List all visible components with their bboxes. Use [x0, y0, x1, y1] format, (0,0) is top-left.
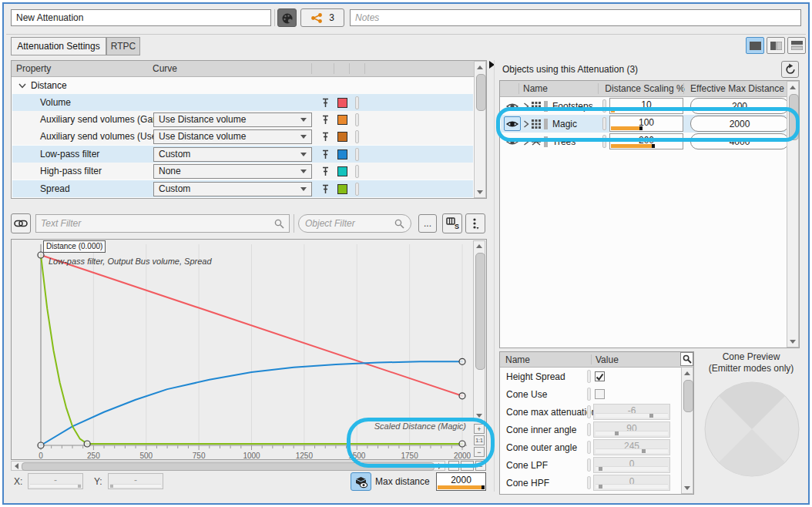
property-table-scrollbar[interactable] [474, 61, 486, 198]
cone-table-scrollbar[interactable] [681, 367, 693, 494]
scaled-distance-label: Scaled Distance (Magic) [374, 421, 466, 431]
zoom-out-vertical-button[interactable]: − [474, 447, 485, 457]
group-row-distance[interactable]: Distance [12, 77, 473, 94]
object-row-magic[interactable]: Magic 100 2000 [501, 115, 786, 133]
cone-row-inner-angle[interactable]: Cone inner angle 90 [501, 421, 680, 438]
scrollbar-thumb[interactable] [476, 74, 486, 111]
cone-row-cone-use[interactable]: Cone Use [501, 385, 680, 403]
zoom-in-vertical-button[interactable]: + [474, 424, 485, 434]
pin-button[interactable] [318, 96, 332, 109]
distance-scaling-field[interactable]: 10 [609, 98, 683, 114]
curve-color-swatch[interactable] [337, 115, 347, 125]
cone-row-height-spread[interactable]: Height Spread [501, 368, 680, 385]
attenuation-name-input[interactable]: New Attenuation [11, 9, 271, 26]
zoom-reset-horizontal-button[interactable]: 1:1 [461, 461, 474, 471]
chevron-right-icon[interactable] [523, 102, 529, 110]
cone-outer-angle-field: 245 [593, 439, 670, 455]
chevron-right-icon[interactable] [523, 120, 529, 128]
layout-single-view-button[interactable] [746, 37, 764, 54]
sharesets-button[interactable]: 3 [300, 8, 344, 27]
distance-scaling-field[interactable]: 200 [609, 133, 683, 149]
zoom-reset-vertical-button[interactable]: 1:1 [474, 435, 485, 445]
property-row-aux-user[interactable]: Auxiliary send volumes (User-... Use Dis… [12, 128, 473, 145]
refresh-button[interactable] [781, 61, 799, 78]
curve-color-swatch[interactable] [337, 166, 347, 176]
color-palette-button[interactable] [277, 8, 297, 27]
max-distance-field[interactable]: 2000 [436, 472, 486, 491]
tab-rtpc[interactable]: RTPC [106, 37, 140, 55]
panel-splitter[interactable] [494, 60, 495, 492]
cone-row-outer-angle[interactable]: Cone outer angle 245 [501, 438, 680, 456]
layout-split-horizontal-button[interactable] [787, 37, 806, 54]
property-row-hpf[interactable]: High-pass filter None [12, 163, 473, 180]
cone-hpf-field: 0 [593, 475, 670, 491]
graph-vertical-scrollbar[interactable] [473, 240, 485, 421]
scroll-up-arrow[interactable] [682, 368, 693, 378]
scrollbar-thumb[interactable] [789, 94, 799, 140]
curve-mode-select[interactable]: Custom [153, 182, 312, 196]
eye-visibility-button[interactable] [504, 134, 521, 149]
curve-color-swatch[interactable] [337, 132, 347, 142]
cone-row-max-attenuation[interactable]: Cone max attenuation -6 [501, 403, 680, 421]
more-options-button[interactable]: ... [418, 214, 437, 233]
curve-mode-select[interactable]: Use Distance volume [153, 129, 312, 144]
curve-color-swatch[interactable] [337, 184, 347, 194]
text-filter-input[interactable]: Text Filter [35, 214, 290, 233]
zoom-in-horizontal-button[interactable]: + [448, 461, 459, 471]
chevron-expanded-icon[interactable] [18, 82, 26, 89]
search-properties-button[interactable] [680, 352, 693, 366]
scroll-down-arrow[interactable] [682, 482, 693, 493]
game-object-view-button[interactable] [351, 472, 371, 491]
chevron-right-icon[interactable] [523, 138, 529, 146]
scroll-up-arrow[interactable] [787, 82, 798, 92]
scroll-up-arrow[interactable] [474, 241, 485, 251]
eye-visibility-button[interactable] [504, 99, 521, 113]
pin-button[interactable] [318, 129, 332, 143]
curve-color-swatch[interactable] [337, 149, 347, 159]
property-row-volume[interactable]: Volume [12, 94, 473, 111]
pin-button[interactable] [318, 182, 332, 196]
height-spread-checkbox[interactable] [595, 371, 605, 381]
kebab-icon [471, 217, 479, 230]
object-row-trees[interactable]: Trees 200 4000 [501, 133, 786, 150]
tab-attenuation-settings[interactable]: Attenuation Settings [11, 37, 106, 55]
pin-button[interactable] [318, 147, 332, 161]
cone-row-hpf[interactable]: Cone HPF 0 [501, 474, 680, 492]
property-row-spread[interactable]: Spread Custom [12, 180, 473, 197]
header-divider [6, 34, 806, 35]
curve-mode-select[interactable]: None [153, 164, 312, 179]
curve-mode-select[interactable]: Use Distance volume [153, 112, 312, 127]
link-indicator [602, 135, 606, 148]
scroll-down-arrow[interactable] [475, 186, 485, 197]
object-filter-input[interactable]: Object Filter [298, 214, 411, 233]
object-row-footsteps[interactable]: Footsteps 10 200 [501, 97, 786, 115]
curve-mode-select[interactable]: Custom [153, 147, 312, 162]
scrollbar-thumb[interactable] [22, 462, 435, 471]
scrollbar-thumb[interactable] [683, 380, 693, 412]
graph-horizontal-scrollbar[interactable] [11, 461, 445, 471]
col-value: Value [596, 354, 619, 365]
property-row-aux-game[interactable]: Auxiliary send volumes (Gam... Use Dista… [12, 111, 473, 128]
notes-input[interactable]: Notes [350, 9, 801, 26]
scroll-left-arrow[interactable] [12, 462, 21, 470]
cone-use-checkbox[interactable] [595, 389, 605, 399]
distance-scaling-field[interactable]: 100 [609, 116, 683, 132]
follow-selection-link-button[interactable] [11, 213, 31, 233]
scrollbar-thumb[interactable] [475, 253, 485, 370]
link-indicator [587, 388, 591, 401]
pin-button[interactable] [318, 164, 332, 178]
zoom-out-horizontal-button[interactable]: − [475, 461, 486, 471]
curve-color-swatch[interactable] [337, 98, 347, 108]
layout-split-vertical-button[interactable] [767, 37, 785, 54]
scroll-right-arrow[interactable] [435, 462, 445, 470]
pin-button[interactable] [318, 112, 332, 126]
state-properties-button[interactable]: S [442, 213, 462, 233]
scroll-down-arrow[interactable] [787, 336, 798, 347]
eye-visibility-button[interactable] [504, 116, 521, 131]
menu-kebab-button[interactable] [465, 213, 485, 233]
scroll-down-arrow[interactable] [474, 411, 485, 421]
cone-row-lpf[interactable]: Cone LPF 0 [501, 456, 680, 474]
objects-table-scrollbar[interactable] [787, 81, 799, 348]
property-row-lpf[interactable]: Low-pass filter Custom [12, 146, 473, 163]
scroll-up-arrow[interactable] [475, 62, 485, 72]
